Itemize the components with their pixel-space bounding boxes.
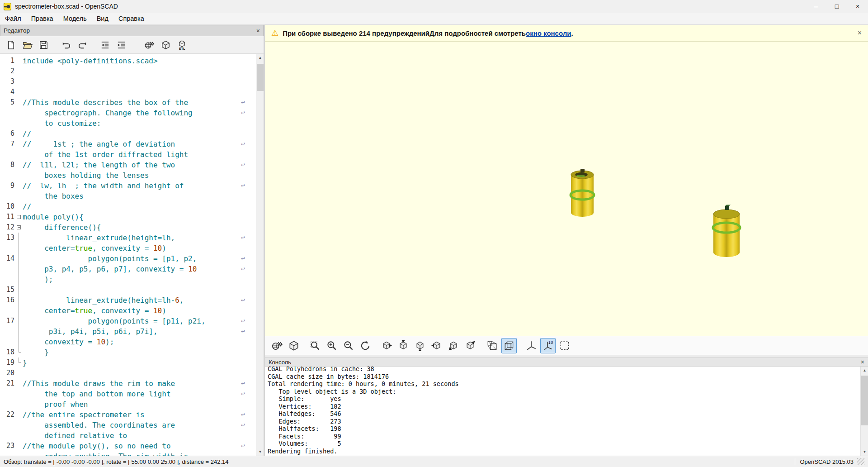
redo-button[interactable]	[75, 38, 90, 52]
code-row[interactable]: 21//This module draws the rim to make↩	[0, 378, 256, 389]
view-right-button[interactable]	[379, 338, 394, 353]
preview-button[interactable]	[142, 38, 156, 52]
show-crosshairs-button[interactable]	[557, 338, 572, 353]
code-text: p3, p4, p5, p6, p7], convexity = 10	[23, 264, 256, 274]
code-row[interactable]: 23//the module poly(), so no need to↩	[0, 441, 256, 451]
scroll-down-icon[interactable]: ▼	[256, 448, 264, 456]
render-button[interactable]	[158, 38, 173, 52]
code-row[interactable]: 19}	[0, 357, 256, 368]
code-row[interactable]: defined relative to	[0, 430, 256, 441]
open-file-button[interactable]	[20, 38, 34, 52]
code-row[interactable]: center=true, convexity = 10)	[0, 243, 256, 253]
fold-marker-box[interactable]	[15, 222, 23, 233]
close-button[interactable]: ×	[847, 0, 868, 13]
view-top-button[interactable]	[396, 338, 411, 353]
code-row[interactable]: 14 polygon(points = [p1, p2,↩	[0, 253, 256, 264]
unindent-icon	[100, 40, 110, 50]
view-front-button[interactable]	[446, 338, 461, 353]
indent-button[interactable]	[114, 38, 128, 52]
code-row[interactable]: 15	[0, 285, 256, 295]
viewport-3d[interactable]	[265, 42, 868, 336]
code-row[interactable]: spectrograph. Change the following↩	[0, 108, 256, 118]
render-button[interactable]	[286, 338, 302, 353]
code-row[interactable]: 1include <poly-definitions.scad>	[0, 56, 256, 66]
scroll-up-icon[interactable]: ▲	[861, 367, 868, 374]
view-left-button[interactable]	[429, 338, 444, 353]
save-file-button[interactable]	[36, 38, 51, 52]
fold-marker-box[interactable]	[15, 212, 23, 222]
code-row[interactable]: the top and bottom more light↩	[0, 389, 256, 399]
zoom-in-button[interactable]	[324, 338, 340, 353]
code-row[interactable]: 10//	[0, 201, 256, 212]
console-scrollbar[interactable]: ▲ ▼	[860, 367, 868, 456]
titlebar[interactable]: spectrometer-box.scad - OpenSCAD – □ ×	[0, 0, 868, 13]
minimize-button[interactable]: –	[806, 0, 826, 13]
resize-grip[interactable]	[857, 458, 864, 465]
menu-item[interactable]: Справка	[113, 13, 149, 24]
code-row[interactable]: 2	[0, 66, 256, 76]
code-row[interactable]: 18 }	[0, 347, 256, 357]
new-file-button[interactable]	[4, 38, 18, 52]
console-close-icon[interactable]: ×	[861, 359, 864, 365]
code-row[interactable]: p3i, p4i, p5i, p6i, p7i],↩	[0, 326, 256, 337]
code-row[interactable]: 12 difference(){	[0, 222, 256, 233]
code-row[interactable]: assembled. The coordinates are↩	[0, 420, 256, 430]
editor-scroll-thumb[interactable]	[257, 64, 264, 91]
code-row[interactable]: 13 linear_extrude(height=lh,↩	[0, 233, 256, 243]
code-row[interactable]: convexity = 10);	[0, 337, 256, 347]
console-output[interactable]: CGAL Polyhedrons in cache: 38CGAL cache …	[265, 367, 868, 456]
menu-item[interactable]: Вид	[92, 13, 113, 24]
code-row[interactable]: proof when	[0, 399, 256, 410]
code-row[interactable]: 9// lw, lh ; the width and height of↩	[0, 181, 256, 191]
code-editor[interactable]: 1include <poly-definitions.scad>2345//Th…	[0, 54, 264, 456]
export-stl-button[interactable]: STL	[175, 38, 189, 52]
console-window-link[interactable]: окно консоли	[526, 29, 571, 37]
code-row[interactable]: redraw anything. The rim width is	[0, 451, 256, 456]
view-bottom-button[interactable]	[412, 338, 428, 353]
code-row[interactable]: );	[0, 274, 256, 285]
orthogonal-button[interactable]	[501, 338, 517, 353]
banner-close-icon[interactable]: ×	[858, 29, 862, 37]
code-row[interactable]: to customize:	[0, 118, 256, 129]
editor-scrollbar[interactable]: ▲ ▼	[256, 54, 264, 456]
code-row[interactable]: 11module poly(){	[0, 212, 256, 222]
scroll-up-icon[interactable]: ▲	[256, 54, 264, 62]
line-number	[0, 399, 15, 410]
view-back-button[interactable]	[462, 338, 478, 353]
code-row[interactable]: 3	[0, 76, 256, 87]
line-number	[0, 191, 15, 201]
code-row[interactable]: 4	[0, 87, 256, 97]
code-row[interactable]: 8// l1l, l2l; the length of the two↩	[0, 160, 256, 170]
console-scroll-thumb[interactable]	[861, 376, 868, 425]
editor-header[interactable]: Редактор ×	[0, 25, 264, 36]
code-row[interactable]: 17 polygon(points = [p1i, p2i,↩	[0, 316, 256, 326]
perspective-button[interactable]	[485, 338, 500, 353]
code-row[interactable]: 5//This module describes the box of the↩	[0, 97, 256, 108]
code-row[interactable]: 6//	[0, 129, 256, 139]
code-row[interactable]: 7// 1st ; the angle of deviation↩	[0, 139, 256, 149]
editor-close-icon[interactable]: ×	[256, 28, 260, 34]
code-row[interactable]: the boxes	[0, 191, 256, 201]
show-scale-markers-button[interactable]: 10	[540, 338, 556, 353]
zoom-out-button[interactable]	[341, 338, 356, 353]
code-row[interactable]: 16 linear_extrude(height=lh-6,↩	[0, 295, 256, 305]
code-row[interactable]: p3, p4, p5, p6, p7], convexity = 10↩	[0, 264, 256, 274]
code-text: // 1st ; the angle of deviation	[23, 139, 256, 149]
code-row[interactable]: boxes holding the lenses	[0, 170, 256, 181]
code-row[interactable]: center=true, convexity = 10)	[0, 305, 256, 316]
zoom-all-button[interactable]	[307, 338, 323, 353]
undo-button[interactable]	[59, 38, 73, 52]
menu-item[interactable]: Правка	[26, 13, 58, 24]
console-header[interactable]: Консоль ×	[265, 357, 868, 367]
code-row[interactable]: 22//the entire spectrometer is↩	[0, 410, 256, 420]
maximize-button[interactable]: □	[826, 0, 847, 13]
scroll-down-icon[interactable]: ▼	[861, 448, 868, 456]
show-axes-button[interactable]	[524, 338, 539, 353]
menu-item[interactable]: Файл	[0, 13, 26, 24]
reset-view-button[interactable]	[358, 338, 373, 353]
preview-button[interactable]	[269, 338, 285, 353]
code-row[interactable]: 20	[0, 368, 256, 378]
menu-item[interactable]: Модель	[58, 13, 92, 24]
code-row[interactable]: of the 1st order diffracted light	[0, 149, 256, 160]
unindent-button[interactable]	[98, 38, 112, 52]
